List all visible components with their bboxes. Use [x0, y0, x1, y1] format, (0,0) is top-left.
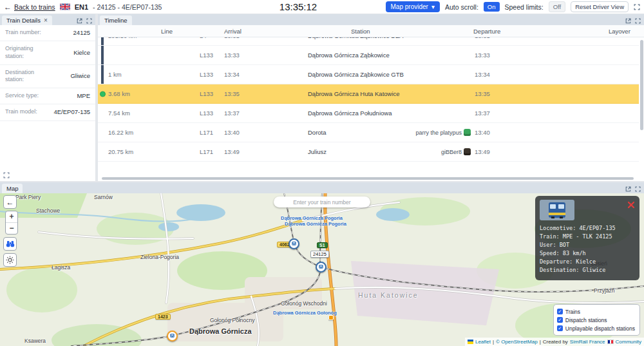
leaflet-link[interactable]: Leaflet — [475, 339, 491, 345]
timeline-rows: 291.16 km L4 13:31 Dąbrowa Górnicza Ząbk… — [98, 37, 639, 181]
tab-map-label: Map — [6, 185, 18, 192]
map-place-label: Gołonóg Północny — [210, 317, 254, 323]
train-number-label[interactable]: 24125 — [310, 251, 329, 258]
auto-scroll-toggle[interactable]: On — [484, 2, 500, 12]
column-header-layover: Layover — [609, 28, 630, 35]
fullscreen-icon[interactable] — [634, 4, 640, 10]
detail-row-destination-station: Destination station: Gliwice — [0, 65, 95, 88]
progress-indicator — [98, 65, 108, 84]
row-station: Dąbrowa Górnicza Południowa — [256, 110, 475, 117]
train-icon — [169, 333, 175, 339]
clock: 13:35:12 — [279, 1, 317, 12]
scrollbar-thumb[interactable] — [640, 40, 643, 130]
info-train: Train: MPE - TLK 24125 — [540, 233, 635, 241]
vertical-scrollbar[interactable] — [640, 39, 643, 178]
tab-train-details-label: Train Details — [6, 17, 41, 24]
speed-limits-toggle[interactable]: Off — [549, 1, 566, 12]
timeline-row-dorota: 16.22 km L171 13:40 Dorota parry the pla… — [98, 123, 639, 142]
expand-panel-icon[interactable] — [635, 186, 641, 192]
map-place-label: Gołonóg Wschodni — [281, 300, 327, 307]
horizontal-scrollbar[interactable] — [102, 177, 634, 180]
chevron-down-icon: ▾ — [431, 3, 435, 10]
row-arrival: 13:37 — [224, 110, 256, 117]
openstreetmap-link[interactable]: © OpenStreetMap — [496, 339, 538, 345]
column-header-line: Line — [161, 28, 173, 35]
progress-indicator — [98, 142, 108, 161]
reset-driver-view-button[interactable]: Reset Driver View — [571, 1, 629, 12]
top-bar-actions: Map provider ▾ Auto scroll: On Speed lim… — [386, 1, 640, 12]
row-station: Dorota parry the platypus — [256, 129, 475, 136]
close-popup-icon[interactable] — [627, 200, 635, 209]
train-marker-24125[interactable] — [316, 262, 327, 273]
row-line: L171 — [200, 148, 224, 155]
checkbox-checked-icon[interactable]: ✓ — [557, 317, 563, 323]
timeline-panel: Timeline Line Arrival Station Departure … — [98, 14, 644, 181]
expand-panel-icon[interactable] — [635, 18, 641, 24]
community-link[interactable]: Community — [616, 339, 641, 345]
row-station: Dąbrowa Górnicza Huta Katowice — [256, 90, 475, 97]
timeline-row-zabkowice: L133 13:33 Dąbrowa Górnicza Ząbkowice 13… — [98, 46, 639, 65]
zoom-in-button[interactable]: + — [6, 211, 17, 223]
timeline-row-juliusz: 20.75 km L171 13:49 Juliusz giBBer8 13:4… — [98, 142, 639, 162]
map-provider-button[interactable]: Map provider ▾ — [386, 1, 440, 12]
row-departure: 13:33 — [475, 52, 611, 59]
current-position-indicator — [98, 84, 108, 103]
tab-timeline[interactable]: Timeline — [100, 15, 132, 25]
timeline-header-row: Line Arrival Station Departure Layover — [98, 25, 644, 37]
row-departure: 13:34 — [475, 71, 611, 78]
progress-indicator — [98, 37, 108, 45]
dispatch-station-marker[interactable] — [328, 315, 334, 320]
dispatcher-player[interactable]: parry the platypus — [415, 129, 475, 136]
binoculars-icon — [6, 240, 15, 247]
brightness-icon — [6, 256, 14, 264]
back-to-trains-link[interactable]: ← Back to trains — [4, 3, 55, 12]
detail-value: MPE — [52, 92, 90, 100]
expand-panel-icon[interactable] — [86, 18, 92, 24]
train-marker[interactable] — [289, 238, 299, 249]
layer-toggle-unplayable-dispatch-stations[interactable]: ✓ Unplayable dispatch stations — [557, 324, 635, 332]
tab-map[interactable]: Map — [2, 184, 23, 193]
simrail-france-link[interactable]: SimRail France — [570, 339, 605, 345]
info-speed: Speed: 83 km/h — [540, 249, 635, 258]
map-back-button[interactable]: ← — [3, 195, 17, 209]
column-header-station: Station — [351, 28, 370, 35]
row-station: Juliusz giBBer8 — [256, 148, 475, 155]
row-arrival: 13:40 — [224, 129, 256, 136]
layer-toggle-dispatch-stations[interactable]: ✓ Dispatch stations — [557, 316, 635, 324]
row-distance: 16.22 km — [108, 129, 200, 136]
road-shield-1423: 1423 — [155, 314, 171, 320]
train-marker-selected[interactable] — [167, 331, 178, 341]
detail-label: Destination station: — [5, 69, 46, 84]
follow-train-button[interactable] — [3, 237, 17, 251]
expand-details-icon[interactable] — [3, 172, 10, 178]
map-place-label: Ksawera — [24, 338, 46, 344]
checkbox-checked-icon[interactable]: ✓ — [557, 309, 563, 314]
layer-toggle-trains[interactable]: ✓ Trains — [557, 307, 635, 316]
row-distance: 3.68 km — [108, 90, 200, 97]
map-theme-button[interactable] — [3, 253, 17, 267]
layer-control: ✓ Trains ✓ Dispatch stations ✓ Unplayabl… — [553, 304, 640, 336]
map-canvas[interactable]: Park Piery Sarnów Preczów Stachowe Łagis… — [0, 193, 644, 346]
dispatcher-player[interactable]: giBBer8 — [441, 148, 475, 155]
detail-row-originating-station: Originating station: Kielce — [0, 41, 95, 64]
train-search-input[interactable] — [274, 197, 370, 207]
road-shield-s1: S1 — [317, 242, 328, 248]
open-in-window-icon[interactable] — [625, 18, 631, 24]
row-arrival: 13:49 — [224, 148, 256, 155]
checkbox-checked-icon[interactable]: ✓ — [557, 325, 563, 331]
detail-label: Originating station: — [5, 45, 46, 60]
map-station-label: Dąbrowa Górnicza Pogoria — [285, 221, 346, 227]
close-icon[interactable]: × — [44, 17, 48, 24]
timeline-row-zabkowice-dza: 291.16 km L4 13:31 Dąbrowa Górnicza Ząbk… — [98, 37, 639, 46]
open-in-window-icon[interactable] — [77, 18, 82, 24]
back-arrow-icon: ← — [4, 3, 12, 12]
map-place-label: Zielona-Pogoria — [140, 254, 179, 260]
detail-row-train-number: Train number: 24125 — [0, 25, 95, 41]
row-line: L133 — [200, 90, 224, 97]
tab-train-details[interactable]: Train Details × — [2, 15, 52, 25]
credit-prefix: Created by — [543, 339, 568, 345]
map-industrial-area-label: Huta Katowice — [358, 291, 419, 299]
row-line: L133 — [200, 71, 224, 78]
zoom-out-button[interactable]: − — [6, 223, 17, 234]
open-in-window-icon[interactable] — [625, 186, 631, 192]
